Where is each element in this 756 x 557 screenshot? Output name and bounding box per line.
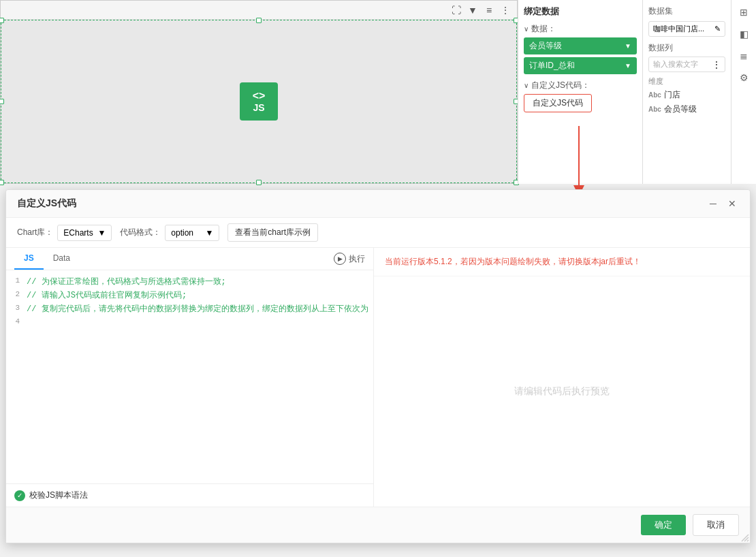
cancel-button[interactable]: 取消	[693, 514, 739, 536]
line-content-3: // 复制完代码后，请先将代码中的数据列替换为绑定的数据列，绑定的数据列从上至下…	[27, 303, 373, 315]
order-id-label: 订单ID_总和	[529, 60, 575, 71]
line-content-1: // 为保证正常绘图，代码格式与所选格式需保持一致;	[27, 276, 373, 287]
data-columns-title: 数据列	[648, 42, 725, 54]
right-panel: 绑定数据 数据： 会员等级 ▼ 订单ID_总和 ▼ 自定义JS代码： 自定义JS…	[518, 0, 756, 184]
line-num-3: 3	[6, 303, 27, 312]
order-id-dropdown[interactable]: 订单ID_总和 ▼	[524, 57, 637, 74]
dim-member-name: 会员等级	[664, 104, 697, 115]
chart-lib-select[interactable]: ECharts ▼	[57, 225, 112, 241]
canvas-content: <> JS	[1, 20, 517, 183]
data-section-label: 数据：	[524, 23, 637, 35]
close-button[interactable]: ✕	[725, 197, 739, 210]
bind-data-panel: 绑定数据 数据： 会员等级 ▼ 订单ID_总和 ▼ 自定义JS代码： 自定义JS…	[518, 0, 643, 184]
code-line-3: 3 // 复制完代码后，请先将代码中的数据列替换为绑定的数据列，绑定的数据列从上…	[6, 303, 373, 317]
confirm-button[interactable]: 确定	[641, 515, 686, 535]
dataset-edit-icon[interactable]: ✎	[714, 25, 721, 33]
dim-label: 维度	[648, 76, 725, 86]
code-format-label: 代码格式：	[120, 227, 161, 238]
settings-icon[interactable]: ⚙	[736, 69, 752, 86]
js-chart-icon: <> JS	[240, 82, 278, 121]
resize-handle[interactable]	[740, 533, 750, 543]
line-num-4: 4	[6, 317, 27, 325]
list-icon[interactable]: ≡	[483, 4, 495, 16]
line-num-1: 1	[6, 276, 27, 285]
preview-content: 请编辑代码后执行预览	[374, 276, 750, 507]
dataset-title: 数据集	[648, 5, 725, 17]
dim-store-name: 门店	[664, 89, 680, 101]
dialog-footer: 确定 取消	[6, 507, 750, 543]
dataset-panel: 数据集 咖啡中国门店... ✎ 数据列 输入搜索文字 ⋮ 维度 Abc 门店 A…	[643, 0, 731, 184]
member-level-label: 会员等级	[529, 40, 562, 52]
search-box[interactable]: 输入搜索文字 ⋮	[648, 57, 725, 72]
dropdown-arrow-2: ▼	[625, 62, 631, 69]
code-panel: JS Data ▶ 执行 1 // 为保证正常绘图，代码格式与所选格式需保持一致…	[6, 248, 374, 507]
icons-panel: ⊞ ◧ ≣ ⚙	[731, 0, 756, 184]
validate-icon: ✓	[14, 490, 25, 501]
minimize-button[interactable]: ─	[706, 197, 720, 210]
more-icon[interactable]: ⋮	[499, 4, 511, 16]
dim-item-store: Abc 门店	[648, 89, 725, 101]
tab-js[interactable]: JS	[14, 248, 44, 270]
preview-panel: 当前运行版本5.1.2，若因为版本问题绘制失败，请切换版本jar后重试！ 请编辑…	[374, 248, 750, 507]
custom-js-dialog: 自定义JS代码 ─ ✕ Chart库： ECharts ▼ 代码格式： opti…	[5, 189, 751, 543]
code-line-4: 4	[6, 317, 373, 330]
search-placeholder: 输入搜索文字	[653, 59, 712, 69]
abc-icon-member: Abc	[648, 106, 661, 113]
code-editor[interactable]: 1 // 为保证正常绘图，代码格式与所选格式需保持一致; 2 // 请输入JS代…	[6, 270, 373, 483]
canvas-toolbar: ⛶ ▼ ≡ ⋮	[1, 1, 517, 20]
run-icon: ▶	[334, 253, 346, 265]
dialog-body: JS Data ▶ 执行 1 // 为保证正常绘图，代码格式与所选格式需保持一致…	[6, 248, 750, 507]
search-more-icon[interactable]: ⋮	[712, 60, 721, 69]
dialog-title: 自定义JS代码	[17, 197, 76, 210]
code-tab-list: JS Data	[14, 248, 80, 270]
filter-icon[interactable]: ▼	[467, 4, 479, 16]
chart-lib-group: Chart库： ECharts ▼	[17, 225, 112, 241]
bind-data-title: 绑定数据	[524, 5, 637, 18]
preview-warning: 当前运行版本5.1.2，若因为版本问题绘制失败，请切换版本jar后重试！	[374, 248, 750, 276]
canvas-area: ⛶ ▼ ≡ ⋮ <> JS	[0, 0, 518, 184]
chart-lib-label: Chart库：	[17, 227, 53, 238]
code-tabs: JS Data ▶ 执行	[6, 248, 373, 270]
tab-data[interactable]: Data	[44, 248, 80, 270]
dialog-header: 自定义JS代码 ─ ✕	[6, 190, 750, 218]
code-line-1: 1 // 为保证正常绘图，代码格式与所选格式需保持一致;	[6, 276, 373, 289]
code-footer: ✓ 校验JS脚本语法	[6, 483, 373, 507]
dataset-name: 咖啡中国门店...	[653, 24, 704, 34]
run-label: 执行	[349, 253, 365, 265]
dialog-toolbar: Chart库： ECharts ▼ 代码格式： option ▼ 查看当前cha…	[6, 218, 750, 248]
chart-lib-value: ECharts	[63, 228, 93, 238]
dim-item-member: Abc 会员等级	[648, 104, 725, 115]
code-format-group: 代码格式： option ▼	[120, 225, 219, 241]
dropdown-arrow-1: ▼	[625, 42, 631, 50]
custom-js-section-label: 自定义JS代码：	[524, 80, 637, 91]
code-format-value: option	[171, 228, 193, 238]
abc-icon-store: Abc	[648, 91, 661, 99]
line-num-2: 2	[6, 289, 27, 298]
expand-icon[interactable]: ⛶	[450, 4, 462, 16]
code-format-arrow: ▼	[205, 228, 213, 238]
run-button[interactable]: ▶ 执行	[334, 253, 365, 265]
data-icon[interactable]: ◧	[736, 26, 752, 42]
format-icon[interactable]: ≣	[736, 48, 752, 64]
validate-text[interactable]: 校验JS脚本语法	[29, 490, 88, 501]
line-content-2: // 请输入JS代码或前往官网复制示例代码;	[27, 289, 373, 301]
preview-placeholder: 请编辑代码后执行预览	[514, 385, 610, 398]
dataset-selector[interactable]: 咖啡中国门店... ✎	[648, 21, 725, 37]
code-line-2: 2 // 请输入JS代码或前往官网复制示例代码;	[6, 289, 373, 303]
member-level-dropdown[interactable]: 会员等级 ▼	[524, 37, 637, 54]
chart-lib-arrow: ▼	[97, 228, 106, 238]
view-example-button[interactable]: 查看当前chart库示例	[227, 223, 318, 242]
brackets-symbol: <>	[253, 90, 266, 102]
grid-icon[interactable]: ⊞	[736, 4, 752, 20]
js-label: JS	[253, 102, 264, 113]
code-format-select[interactable]: option ▼	[165, 225, 219, 241]
custom-js-code-button[interactable]: 自定义JS代码	[524, 94, 592, 112]
dialog-header-icons: ─ ✕	[706, 197, 739, 210]
